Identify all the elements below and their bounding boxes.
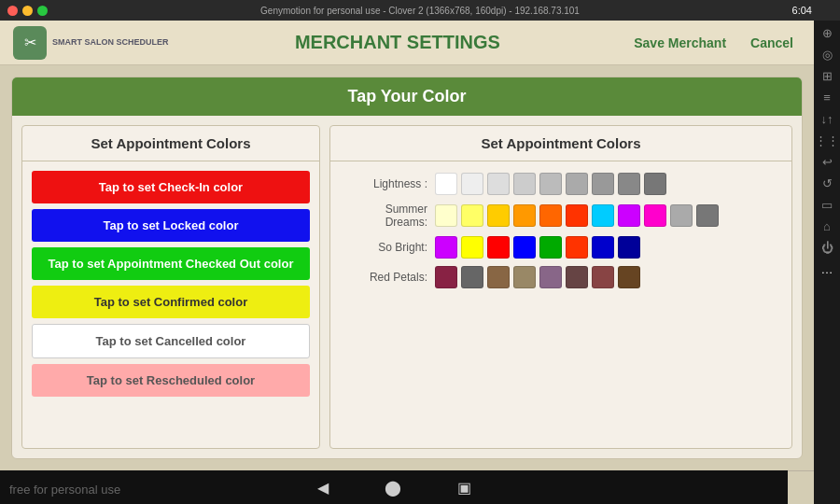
so-bright-row: So Bright: <box>342 236 780 259</box>
color-swatch[interactable] <box>487 173 510 195</box>
color-swatch[interactable] <box>592 173 614 195</box>
color-swatch[interactable] <box>461 204 483 227</box>
right-panel-title: Set Appointment Colors <box>330 126 791 161</box>
so-bright-label: So Bright: <box>342 241 435 254</box>
color-swatch[interactable] <box>461 266 483 288</box>
color-swatch[interactable] <box>696 204 719 227</box>
adjust-icon[interactable]: ⊞ <box>822 69 833 83</box>
main-card: Tap Your Color Set Appointment Colors Ta… <box>11 77 803 459</box>
logo-area: ✂ SMART SALON SCHEDULER <box>13 26 169 60</box>
color-swatch[interactable] <box>566 204 588 227</box>
color-swatch[interactable] <box>513 204 536 227</box>
left-panel: Set Appointment Colors Tap to set Check-… <box>21 125 320 449</box>
color-swatch[interactable] <box>618 173 640 195</box>
minimize-dot[interactable] <box>22 6 33 16</box>
more-icon[interactable]: … <box>821 262 833 276</box>
color-swatch[interactable] <box>539 173 562 195</box>
color-swatch[interactable] <box>461 236 483 259</box>
color-swatch[interactable] <box>513 266 536 288</box>
summer-dreams-colors <box>435 204 719 227</box>
color-swatch[interactable] <box>618 266 640 288</box>
cancel-button[interactable]: Cancel <box>743 32 801 54</box>
grid-icon[interactable]: ⋮⋮ <box>815 133 839 147</box>
os-title: Genymotion for personal use - Clover 2 (… <box>260 6 580 16</box>
screen-icon[interactable]: ▭ <box>821 198 833 212</box>
cancelled-color-button[interactable]: Tap to set Cancelled color <box>32 324 310 358</box>
settings-icon[interactable]: ≡ <box>823 91 831 105</box>
color-palette-section: Lightness : <box>330 161 791 307</box>
location-icon[interactable]: ◎ <box>822 48 833 62</box>
color-swatch[interactable] <box>513 236 536 259</box>
save-merchant-button[interactable]: Save Merchant <box>626 32 734 54</box>
red-petals-colors <box>435 266 640 288</box>
gps-icon[interactable]: ⊕ <box>822 26 833 40</box>
color-swatch[interactable] <box>487 204 510 227</box>
android-bottom-bar: free for personal use ◀ ⬤ ▣ <box>0 470 788 504</box>
close-dot[interactable] <box>7 6 18 16</box>
red-petals-row: Red Petals: <box>342 266 780 288</box>
summer-dreams-row: Summer Dreams: <box>342 203 780 229</box>
checked-out-color-button[interactable]: Tap to set Appointment Checked Out color <box>32 247 310 280</box>
lightness-label: Lightness : <box>342 177 435 190</box>
color-swatch[interactable] <box>592 266 614 288</box>
summer-dreams-label: Summer Dreams: <box>342 203 435 229</box>
os-time: 6:04 <box>792 5 812 16</box>
color-swatch[interactable] <box>566 236 588 259</box>
card-title: Tap Your Color <box>347 87 466 105</box>
color-swatch[interactable] <box>592 236 614 259</box>
color-swatch[interactable] <box>670 204 693 227</box>
power-icon[interactable]: ⏻ <box>821 241 833 255</box>
app-logo-icon: ✂ <box>13 26 47 60</box>
color-swatch[interactable] <box>539 204 562 227</box>
watermark-text: free for personal use <box>9 483 120 497</box>
right-panel: Set Appointment Colors Lightness : <box>329 125 792 449</box>
home-side-icon[interactable]: ⌂ <box>823 219 831 233</box>
locked-color-button[interactable]: Tap to set Locked color <box>32 209 310 242</box>
os-top-bar: Genymotion for personal use - Clover 2 (… <box>0 0 840 21</box>
color-swatch[interactable] <box>435 173 457 195</box>
android-right-bar: ⊕ ◎ ⊞ ≡ ↓↑ ⋮⋮ ↩ ↺ ▭ ⌂ ⏻ … <box>814 21 840 504</box>
so-bright-colors <box>435 236 640 259</box>
confirmed-color-button[interactable]: Tap to set Confirmed color <box>32 286 310 318</box>
color-swatch[interactable] <box>513 173 536 195</box>
app-header: ✂ SMART SALON SCHEDULER MERCHANT SETTING… <box>0 21 814 65</box>
color-swatch[interactable] <box>644 204 666 227</box>
color-swatch[interactable] <box>566 173 588 195</box>
color-swatch[interactable] <box>618 236 640 259</box>
color-swatch[interactable] <box>539 236 562 259</box>
color-swatch[interactable] <box>435 266 457 288</box>
card-title-bar: Tap Your Color <box>12 77 802 116</box>
lightness-row: Lightness : <box>342 173 780 195</box>
refresh-icon[interactable]: ↺ <box>822 176 833 190</box>
left-panel-title: Set Appointment Colors <box>22 126 319 161</box>
window-controls <box>7 6 48 16</box>
app-logo-text: SMART SALON SCHEDULER <box>52 37 169 48</box>
lightness-colors <box>435 173 666 195</box>
android-home-button[interactable]: ⬤ <box>385 479 401 497</box>
color-swatch[interactable] <box>487 266 510 288</box>
rescheduled-color-button[interactable]: Tap to set Rescheduled color <box>32 364 310 397</box>
color-swatch[interactable] <box>487 236 510 259</box>
page-title: MERCHANT SETTINGS <box>169 32 627 53</box>
color-buttons-list: Tap to set Check-In color Tap to set Loc… <box>22 161 319 406</box>
red-petals-label: Red Petals: <box>342 271 435 284</box>
color-swatch[interactable] <box>618 204 640 227</box>
color-swatch[interactable] <box>592 204 614 227</box>
color-swatch[interactable] <box>539 266 562 288</box>
color-swatch[interactable] <box>435 204 457 227</box>
app-area: ✂ SMART SALON SCHEDULER MERCHANT SETTING… <box>0 21 814 504</box>
maximize-dot[interactable] <box>37 6 48 16</box>
back-android-icon[interactable]: ↩ <box>822 155 833 169</box>
header-actions: Save Merchant Cancel <box>626 32 801 54</box>
android-recents-button[interactable]: ▣ <box>457 479 471 497</box>
content-area: Tap Your Color Set Appointment Colors Ta… <box>0 65 814 470</box>
card-body: Set Appointment Colors Tap to set Check-… <box>12 116 802 458</box>
wifi-icon[interactable]: ↓↑ <box>821 112 833 126</box>
color-swatch[interactable] <box>435 236 457 259</box>
android-back-button[interactable]: ◀ <box>317 479 329 497</box>
color-swatch[interactable] <box>644 173 666 195</box>
checkin-color-button[interactable]: Tap to set Check-In color <box>32 171 310 203</box>
color-swatch[interactable] <box>566 266 588 288</box>
color-swatch[interactable] <box>461 173 483 195</box>
